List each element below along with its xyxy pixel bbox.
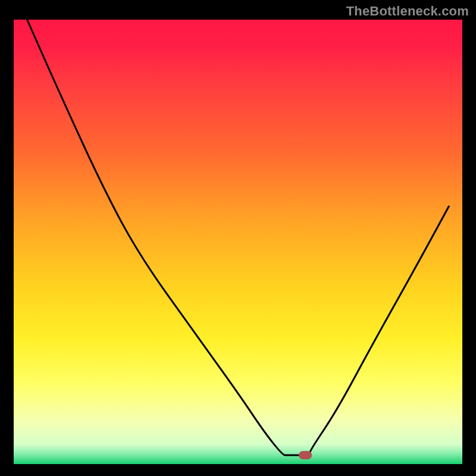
watermark-text: TheBottleneck.com — [346, 4, 469, 19]
optimum-marker — [299, 451, 312, 459]
plot-background — [14, 20, 462, 464]
chart-container: TheBottleneck.com — [0, 0, 476, 476]
bottleneck-chart — [0, 0, 476, 476]
